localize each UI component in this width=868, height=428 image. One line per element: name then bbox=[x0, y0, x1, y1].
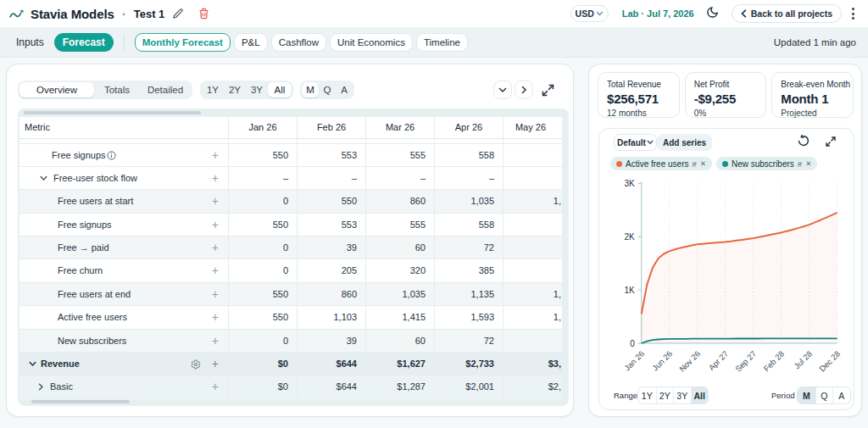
svg-text:Dec 28: Dec 28 bbox=[817, 349, 842, 374]
svg-text:Apr 27: Apr 27 bbox=[707, 349, 731, 373]
svg-text:Jun 26: Jun 26 bbox=[650, 349, 674, 373]
svg-text:Jan 26: Jan 26 bbox=[622, 349, 646, 373]
svg-text:Sep 27: Sep 27 bbox=[733, 349, 758, 374]
svg-text:2K: 2K bbox=[624, 232, 635, 242]
svg-text:3K: 3K bbox=[624, 179, 635, 188]
svg-text:0: 0 bbox=[630, 339, 635, 348]
svg-text:Jul 28: Jul 28 bbox=[792, 349, 814, 371]
svg-text:1K: 1K bbox=[624, 286, 635, 295]
svg-text:Nov 26: Nov 26 bbox=[677, 349, 702, 374]
svg-text:Feb 28: Feb 28 bbox=[761, 349, 786, 374]
